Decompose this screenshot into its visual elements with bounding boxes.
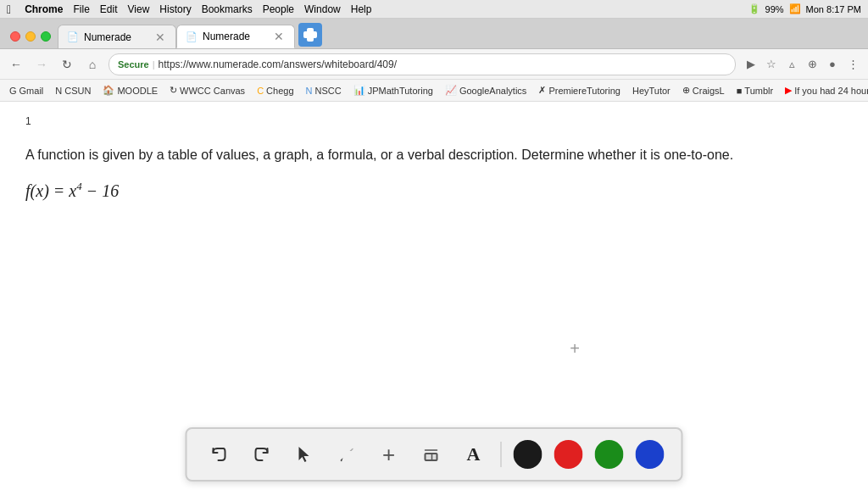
- star-icon[interactable]: ☆: [763, 56, 780, 73]
- redo-button[interactable]: [247, 439, 277, 470]
- tab-1-close[interactable]: ✕: [153, 31, 167, 44]
- chromecast-icon[interactable]: ▵: [783, 56, 800, 73]
- tab-2-favicon: 📄: [186, 31, 198, 42]
- address-actions: ▶ ☆ ▵ ⊕ ● ⋮: [743, 56, 861, 73]
- bookmark-jpmath[interactable]: 📊 JPMathTutoring: [349, 83, 437, 97]
- question-text: A function is given by a table of values…: [25, 144, 839, 166]
- address-bar: ← → ↻ ⌂ Secure | https://www.numerade.co…: [0, 49, 868, 80]
- page-content: 1 A function is given by a table of valu…: [0, 102, 868, 422]
- url-text: https://www.numerade.com/answers/whitebo…: [159, 58, 397, 70]
- wwcc-icon: ↻: [170, 85, 177, 96]
- bookmark-gmail[interactable]: G Gmail: [5, 84, 47, 97]
- tab-2[interactable]: 📄 Numerade ✕: [176, 25, 295, 48]
- page-number: 1: [25, 115, 843, 127]
- bookmark-google-analytics[interactable]: 📈 GoogleAnalytics: [441, 83, 531, 97]
- back-button[interactable]: ←: [7, 55, 25, 74]
- nscc-icon: N: [306, 86, 313, 96]
- tab-2-title: Numerade: [203, 31, 267, 42]
- bookmark-csun[interactable]: N CSUN: [51, 84, 95, 97]
- bookmark-nscc[interactable]: N NSCC: [302, 84, 346, 97]
- drawing-toolbar: + A: [186, 427, 683, 482]
- bookmarks-bar: G Gmail N CSUN 🏠 MOODLE ↻ WWCC Canvas C …: [0, 80, 868, 102]
- minimize-button[interactable]: [25, 31, 36, 42]
- home-button[interactable]: ⌂: [83, 55, 102, 74]
- menu-view[interactable]: View: [128, 3, 150, 15]
- menu-bar-right: 🔋 99% 📶 Mon 8:17 PM: [748, 3, 861, 14]
- tabs-area: 📄 Numerade ✕ 📄 Numerade ✕: [58, 23, 865, 48]
- traffic-lights: [3, 31, 58, 48]
- secure-badge: Secure: [118, 59, 149, 70]
- svg-rect-3: [426, 454, 437, 460]
- forward-button[interactable]: →: [32, 55, 51, 74]
- moodle-icon: 🏠: [103, 85, 114, 96]
- menu-dots-icon[interactable]: ⋮: [844, 56, 861, 73]
- jpmath-icon: 📊: [353, 85, 365, 96]
- color-black-button[interactable]: [514, 440, 542, 469]
- math-formula: f(x) = x4 − 16: [25, 180, 843, 201]
- craigslist-icon: ⊕: [682, 85, 690, 96]
- bookmark-24hours[interactable]: ▶ If you had 24 hours...: [781, 83, 868, 97]
- bookmark-tumblr[interactable]: ■ Tumblr: [732, 84, 777, 97]
- apple-icon[interactable]: : [7, 3, 11, 16]
- menu-file[interactable]: File: [73, 3, 89, 15]
- menu-bar-left:  Chrome File Edit View History Bookmark…: [7, 3, 371, 16]
- pen-tool-button[interactable]: [331, 439, 362, 470]
- extensions-icon[interactable]: ⊕: [804, 56, 821, 73]
- battery-icon: 🔋: [748, 3, 760, 14]
- add-content-button[interactable]: +: [570, 339, 580, 359]
- chegg-icon: C: [257, 86, 264, 96]
- tab-bar: 📄 Numerade ✕ 📄 Numerade ✕: [0, 19, 868, 49]
- menu-people[interactable]: People: [263, 3, 294, 15]
- cast-icon[interactable]: ▶: [743, 56, 760, 73]
- menu-bar:  Chrome File Edit View History Bookmark…: [0, 0, 868, 19]
- bookmark-craigslist[interactable]: ⊕ CraigsL: [678, 83, 729, 97]
- menu-help[interactable]: Help: [351, 3, 372, 15]
- toolbar-divider: [501, 442, 502, 467]
- url-separator: |: [153, 59, 155, 70]
- select-tool-button[interactable]: [289, 439, 320, 470]
- clock: Mon 8:17 PM: [806, 4, 861, 14]
- new-tab-button[interactable]: [298, 23, 322, 47]
- menu-window[interactable]: Window: [304, 3, 341, 15]
- tab-1-title: Numerade: [84, 31, 148, 43]
- color-green-button[interactable]: [595, 440, 624, 469]
- url-bar[interactable]: Secure | https://www.numerade.com/answer…: [108, 53, 736, 75]
- menu-edit[interactable]: Edit: [100, 3, 118, 15]
- bookmark-wwcc[interactable]: ↻ WWCC Canvas: [165, 83, 249, 97]
- menu-chrome[interactable]: Chrome: [25, 3, 63, 15]
- svg-marker-2: [299, 447, 309, 462]
- reload-button[interactable]: ↻: [58, 55, 76, 74]
- tab-2-close[interactable]: ✕: [272, 30, 286, 43]
- tab-1-favicon: 📄: [67, 31, 79, 42]
- wifi-icon: 📶: [789, 3, 801, 14]
- add-element-button[interactable]: +: [374, 439, 404, 470]
- bookmark-moodle[interactable]: 🏠 MOODLE: [98, 83, 162, 97]
- bookmark-chegg[interactable]: C Chegg: [253, 84, 298, 97]
- profile-icon[interactable]: ●: [824, 56, 841, 73]
- csun-icon: N: [55, 86, 62, 96]
- battery-percent: 99%: [765, 4, 784, 14]
- fullscreen-button[interactable]: [41, 31, 51, 42]
- eraser-tool-button[interactable]: [416, 439, 447, 470]
- bookmark-heytutor[interactable]: HeyTutor: [628, 84, 675, 97]
- premiere-icon: ✗: [538, 85, 546, 96]
- menu-bookmarks[interactable]: Bookmarks: [202, 3, 253, 15]
- tab-1[interactable]: 📄 Numerade ✕: [58, 25, 176, 48]
- svg-rect-1: [307, 28, 314, 42]
- close-button[interactable]: [10, 31, 20, 42]
- text-tool-button[interactable]: A: [459, 439, 489, 470]
- bookmark-premiere[interactable]: ✗ PremiereTutoring: [534, 83, 625, 97]
- color-blue-button[interactable]: [636, 440, 665, 469]
- undo-button[interactable]: [204, 439, 235, 470]
- color-red-button[interactable]: [554, 440, 583, 469]
- youtube-icon: ▶: [785, 85, 792, 96]
- tumblr-icon: ■: [737, 86, 743, 96]
- ga-icon: 📈: [445, 85, 457, 96]
- gmail-icon: G: [9, 86, 17, 96]
- menu-history[interactable]: History: [159, 3, 191, 15]
